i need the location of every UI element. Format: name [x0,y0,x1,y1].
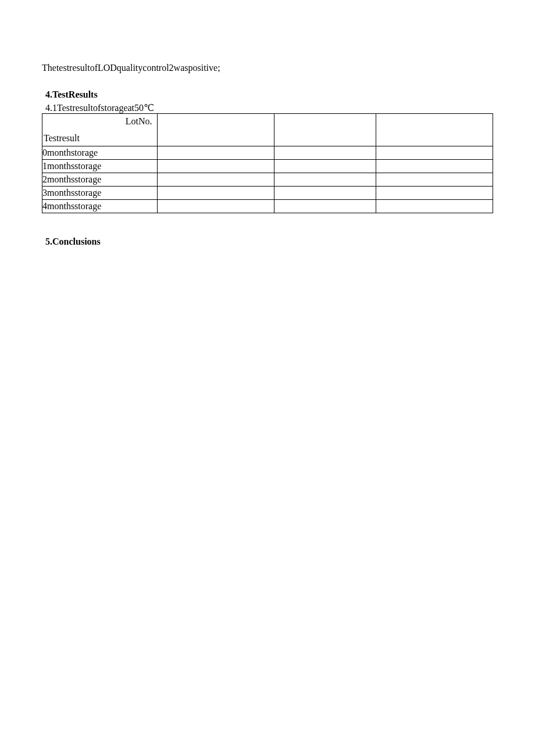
table-cell [274,160,376,173]
table-row: 1monthsstorage [42,160,493,173]
row-label: 0monthstorage [42,146,158,160]
table-cell [157,200,274,213]
table-cell [376,146,493,160]
row-label: 4monthsstorage [42,200,158,213]
row-label: 2monthsstorage [42,173,158,187]
table-header-col-1 [157,114,274,146]
intro-text: ThetestresultofLODqualitycontrol2wasposi… [42,63,493,73]
results-table: LotNo. Testresult 0monthstorage 1monthss… [42,113,493,213]
table-row: 2monthsstorage [42,173,493,187]
table-cell [157,146,274,160]
row-label: 1monthsstorage [42,160,158,173]
table-header-col-2 [274,114,376,146]
document-page: ThetestresultofLODqualitycontrol2wasposi… [0,0,535,247]
table-header-testresult: Testresult [44,133,80,144]
table-row: 0monthstorage [42,146,493,160]
section-heading-results: 4.TestResults [45,89,493,100]
table-cell [274,200,376,213]
row-label: 3monthsstorage [42,187,158,200]
table-row: 4monthsstorage [42,200,493,213]
table-cell [157,160,274,173]
table-header-diag-cell: LotNo. Testresult [42,114,158,146]
table-cell [376,200,493,213]
table-header-col-3 [376,114,493,146]
table-cell [376,173,493,187]
table-cell [376,160,493,173]
table-cell [157,187,274,200]
table-cell [376,187,493,200]
table-cell [157,173,274,187]
table-header-row: LotNo. Testresult [42,114,493,146]
table-header-lotno: LotNo. [126,116,152,127]
section-heading-conclusions: 5.Conclusions [45,237,493,247]
table-cell [274,187,376,200]
table-cell [274,173,376,187]
table-cell [274,146,376,160]
subheading-results: 4.1Testresultofstorageat50℃ [45,102,493,113]
table-row: 3monthsstorage [42,187,493,200]
